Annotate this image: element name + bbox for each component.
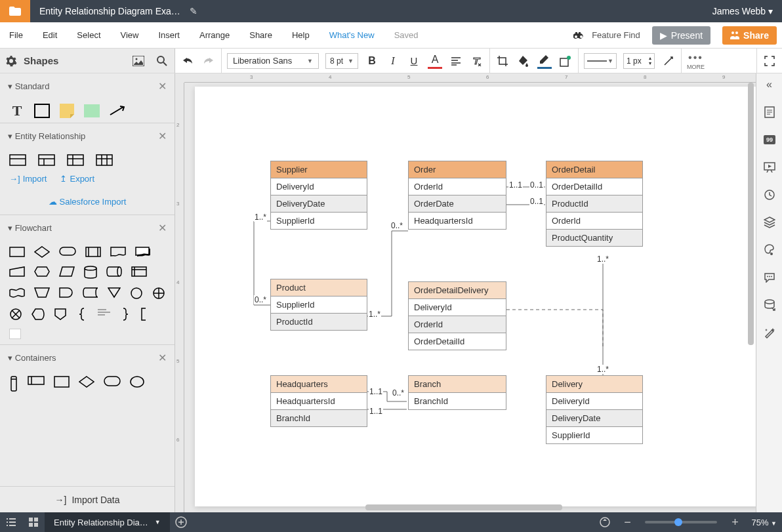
dock-quote-icon[interactable]: 99 xyxy=(762,133,777,147)
redo-button[interactable] xyxy=(201,53,216,69)
collapse-dock-icon[interactable]: « xyxy=(762,77,777,92)
text-shape[interactable]: T xyxy=(9,104,25,117)
fc-prep[interactable] xyxy=(34,266,50,277)
er-shape-2[interactable] xyxy=(38,154,55,166)
rect-shape[interactable] xyxy=(34,104,50,117)
edit-title-icon[interactable]: ✎ xyxy=(190,6,197,16)
folder-icon[interactable] xyxy=(0,0,30,22)
undo-button[interactable] xyxy=(180,53,195,69)
zoom-out-button[interactable]: − xyxy=(616,512,638,532)
fc-or[interactable] xyxy=(152,287,165,300)
entity-order[interactable]: Order OrderId OrderDate HeadquartersId xyxy=(408,161,506,230)
er-shape-3[interactable] xyxy=(67,154,84,166)
cont-5[interactable] xyxy=(104,376,121,386)
fc-doc[interactable] xyxy=(110,246,126,258)
fc-db[interactable] xyxy=(84,266,97,279)
menu-select[interactable]: Select xyxy=(73,26,104,44)
outline-view-icon[interactable] xyxy=(0,512,22,532)
bold-button[interactable]: B xyxy=(365,53,379,69)
search-icon[interactable] xyxy=(155,53,169,69)
dock-magic-icon[interactable] xyxy=(762,325,777,340)
user-menu[interactable]: James Webb ▾ xyxy=(703,6,782,16)
share-button[interactable]: Share xyxy=(722,26,777,45)
entity-branch[interactable]: Branch BranchId xyxy=(408,375,506,410)
close-icon[interactable]: ✕ xyxy=(158,130,167,142)
menu-help[interactable]: Help xyxy=(288,26,314,44)
menu-view[interactable]: View xyxy=(117,26,143,44)
fc-data[interactable] xyxy=(59,266,75,277)
fc-rect[interactable] xyxy=(9,246,25,258)
align-button[interactable] xyxy=(449,53,463,69)
border-color-button[interactable] xyxy=(537,53,552,69)
fc-sum[interactable] xyxy=(9,308,22,321)
menu-file[interactable]: File xyxy=(5,26,27,44)
entity-orderdetail[interactable]: OrderDetail OrderDetailId ProductId Orde… xyxy=(546,161,643,247)
category-containers[interactable]: ▾ Containers✕ xyxy=(0,345,175,371)
fc-predef[interactable] xyxy=(85,246,101,258)
menu-edit[interactable]: Edit xyxy=(39,26,61,44)
line-shape-button[interactable] xyxy=(661,53,676,69)
zoom-slider[interactable] xyxy=(645,521,717,523)
cont-1[interactable] xyxy=(9,376,18,392)
document-title[interactable]: Entity Relationship Diagram Exa… xyxy=(30,6,190,16)
export-link[interactable]: ↥ Export xyxy=(60,174,94,184)
fullscreen-button[interactable] xyxy=(762,53,777,69)
shape-options-button[interactable] xyxy=(558,53,573,69)
block-shape[interactable] xyxy=(84,104,100,117)
entity-supplier[interactable]: Supplier DeliveryId DeliveryDate Supplie… xyxy=(270,161,367,230)
feature-find[interactable]: Feature Find xyxy=(573,30,640,40)
category-standard[interactable]: ▾ Standard✕ xyxy=(0,73,175,99)
dock-history-icon[interactable] xyxy=(762,188,777,202)
close-icon[interactable]: ✕ xyxy=(158,222,167,234)
salesforce-import-link[interactable]: ☁ Salesforce Import xyxy=(9,197,165,207)
cont-2[interactable] xyxy=(28,376,45,385)
cont-4[interactable] xyxy=(79,376,94,388)
fc-brace2[interactable] xyxy=(121,308,131,321)
import-data-button[interactable]: →] Import Data xyxy=(0,486,175,512)
crop-button[interactable] xyxy=(495,53,510,69)
menu-share[interactable]: Share xyxy=(245,26,276,44)
er-shape-1[interactable] xyxy=(9,154,26,166)
font-select[interactable]: Liberation Sans▼ xyxy=(227,53,319,69)
grid-view-icon[interactable] xyxy=(22,512,45,532)
fc-brace[interactable] xyxy=(76,308,88,321)
dock-paint-icon[interactable] xyxy=(762,243,777,257)
category-flowchart[interactable]: ▾ Flowchart✕ xyxy=(0,215,175,241)
fc-terminator[interactable] xyxy=(59,246,76,256)
fc-tape[interactable] xyxy=(9,287,25,298)
sync-icon[interactable] xyxy=(594,512,616,532)
fc-delay[interactable] xyxy=(59,287,73,298)
fc-diamond[interactable] xyxy=(34,246,50,258)
fc-multdoc[interactable] xyxy=(135,246,151,258)
text-color-button[interactable]: A xyxy=(428,53,442,69)
h-scrollbar[interactable] xyxy=(365,504,562,510)
cont-3[interactable] xyxy=(54,376,70,388)
fc-merge[interactable] xyxy=(108,287,121,298)
dock-present-icon[interactable] xyxy=(762,160,777,174)
more-button[interactable]: •••MORE xyxy=(687,52,705,70)
dock-data-icon[interactable] xyxy=(762,298,777,312)
zoom-in-button[interactable]: + xyxy=(724,512,746,532)
fc-display[interactable] xyxy=(31,308,45,321)
dock-document-icon[interactable] xyxy=(762,105,777,119)
arrow-shape[interactable] xyxy=(109,104,125,117)
fc-manop[interactable] xyxy=(34,287,50,298)
add-page-button[interactable] xyxy=(170,512,192,532)
category-er[interactable]: ▾ Entity Relationship✕ xyxy=(0,123,175,149)
fc-manin[interactable] xyxy=(9,266,25,277)
entity-product[interactable]: Product SupplierId ProductId xyxy=(270,279,367,331)
fc-bracket[interactable] xyxy=(140,308,148,321)
menu-arrange[interactable]: Arrange xyxy=(196,26,234,44)
close-icon[interactable]: ✕ xyxy=(158,80,167,92)
cont-6[interactable] xyxy=(130,376,144,388)
clear-format-button[interactable] xyxy=(470,53,484,69)
page-tab[interactable]: Entity Relationship Dia…▼ xyxy=(45,512,170,532)
dock-layers-icon[interactable] xyxy=(762,215,777,230)
fc-direct[interactable] xyxy=(106,266,122,277)
fc-note[interactable] xyxy=(97,308,112,317)
present-button[interactable]: ▶ Present xyxy=(652,26,710,45)
fc-blank[interactable] xyxy=(9,329,21,339)
entity-orderdetaildelivery[interactable]: OrderDetailDelivery DeliveryId OrderId O… xyxy=(408,281,506,350)
import-link[interactable]: →] Import xyxy=(9,174,47,184)
close-icon[interactable]: ✕ xyxy=(158,352,167,364)
